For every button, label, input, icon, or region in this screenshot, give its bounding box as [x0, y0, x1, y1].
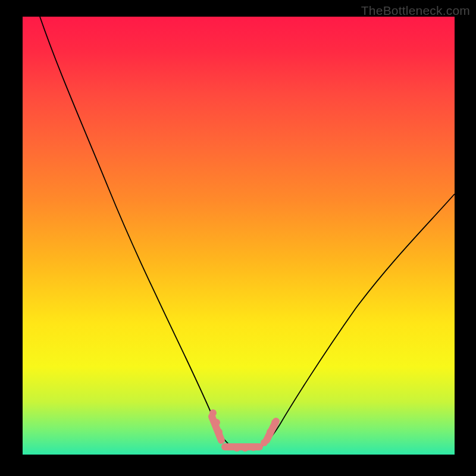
chart-frame: TheBottleneck.com	[0, 0, 476, 476]
marker-dot	[242, 444, 249, 452]
marker-dot	[215, 428, 223, 436]
marker-dot	[213, 419, 220, 426]
marker-dot	[209, 409, 217, 416]
left-curve	[40, 17, 237, 449]
marker-dot	[271, 419, 278, 426]
marker-dot	[250, 444, 257, 451]
watermark-text: TheBottleneck.com	[361, 4, 470, 18]
marker-dot	[261, 439, 268, 446]
marker-dot	[267, 428, 274, 436]
marker-dot	[233, 444, 240, 452]
marker-dot	[226, 443, 233, 450]
right-curve	[258, 194, 455, 449]
curves-svg	[23, 17, 455, 455]
